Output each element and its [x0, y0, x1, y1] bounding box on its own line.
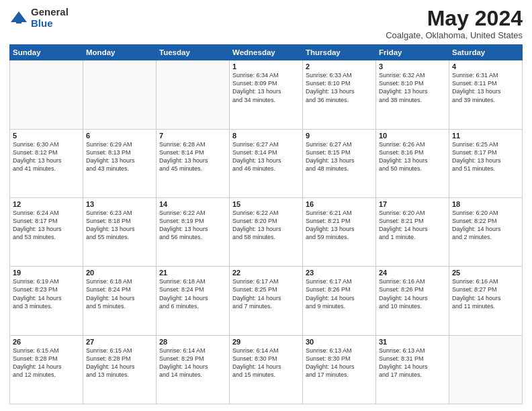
day-number: 15 — [232, 200, 300, 208]
logo-blue-text: Blue — [31, 18, 69, 30]
day-info: Sunrise: 6:19 AM Sunset: 8:23 PM Dayligh… — [13, 277, 80, 310]
day-info: Sunrise: 6:21 AM Sunset: 8:21 PM Dayligh… — [306, 209, 373, 242]
day-number: 16 — [306, 200, 373, 208]
title-location: Coalgate, Oklahoma, United States — [386, 30, 523, 40]
calendar-cell: 19Sunrise: 6:19 AM Sunset: 8:23 PM Dayli… — [10, 267, 83, 335]
day-number: 11 — [452, 132, 519, 140]
day-number: 6 — [86, 132, 153, 140]
col-monday: Monday — [83, 45, 157, 60]
calendar-cell: 15Sunrise: 6:22 AM Sunset: 8:20 PM Dayli… — [230, 197, 303, 266]
calendar-cell: 9Sunrise: 6:27 AM Sunset: 8:15 PM Daylig… — [303, 129, 376, 197]
title-month: May 2024 — [386, 7, 523, 30]
col-saturday: Saturday — [449, 45, 523, 60]
col-thursday: Thursday — [303, 45, 376, 60]
day-info: Sunrise: 6:20 AM Sunset: 8:21 PM Dayligh… — [379, 209, 446, 242]
calendar-cell: 12Sunrise: 6:24 AM Sunset: 8:17 PM Dayli… — [10, 197, 83, 266]
day-info: Sunrise: 6:18 AM Sunset: 8:24 PM Dayligh… — [86, 277, 153, 310]
day-number: 17 — [379, 200, 446, 208]
calendar-cell: 10Sunrise: 6:26 AM Sunset: 8:16 PM Dayli… — [376, 129, 449, 197]
calendar-cell: 25Sunrise: 6:16 AM Sunset: 8:27 PM Dayli… — [449, 267, 523, 335]
day-info: Sunrise: 6:23 AM Sunset: 8:18 PM Dayligh… — [86, 209, 153, 242]
day-info: Sunrise: 6:26 AM Sunset: 8:16 PM Dayligh… — [379, 140, 446, 173]
day-info: Sunrise: 6:22 AM Sunset: 8:20 PM Dayligh… — [232, 209, 300, 242]
calendar-cell: 3Sunrise: 6:32 AM Sunset: 8:10 PM Daylig… — [376, 60, 449, 129]
day-info: Sunrise: 6:29 AM Sunset: 8:13 PM Dayligh… — [86, 140, 153, 173]
day-number: 8 — [232, 132, 300, 140]
day-number: 24 — [379, 269, 446, 277]
col-friday: Friday — [376, 45, 449, 60]
calendar-cell: 27Sunrise: 6:15 AM Sunset: 8:28 PM Dayli… — [83, 335, 157, 404]
calendar-week-1: 5Sunrise: 6:30 AM Sunset: 8:12 PM Daylig… — [10, 129, 523, 197]
calendar-cell: 4Sunrise: 6:31 AM Sunset: 8:11 PM Daylig… — [449, 60, 523, 129]
calendar-week-3: 19Sunrise: 6:19 AM Sunset: 8:23 PM Dayli… — [10, 267, 523, 335]
day-number: 14 — [159, 200, 226, 208]
day-info: Sunrise: 6:17 AM Sunset: 8:26 PM Dayligh… — [306, 277, 373, 310]
header: General Blue May 2024 Coalgate, Oklahoma… — [9, 7, 523, 40]
day-info: Sunrise: 6:34 AM Sunset: 8:09 PM Dayligh… — [232, 71, 300, 104]
calendar-cell: 21Sunrise: 6:18 AM Sunset: 8:24 PM Dayli… — [157, 267, 230, 335]
calendar-cell: 6Sunrise: 6:29 AM Sunset: 8:13 PM Daylig… — [83, 129, 157, 197]
title-block: May 2024 Coalgate, Oklahoma, United Stat… — [386, 7, 523, 40]
day-number: 4 — [452, 62, 519, 71]
day-info: Sunrise: 6:30 AM Sunset: 8:12 PM Dayligh… — [13, 140, 80, 173]
day-info: Sunrise: 6:16 AM Sunset: 8:27 PM Dayligh… — [452, 277, 519, 310]
day-number: 2 — [306, 62, 373, 71]
day-number: 30 — [306, 338, 373, 346]
svg-rect-1 — [16, 19, 21, 24]
day-number: 12 — [13, 200, 80, 208]
day-info: Sunrise: 6:14 AM Sunset: 8:30 PM Dayligh… — [232, 347, 300, 379]
day-info: Sunrise: 6:18 AM Sunset: 8:24 PM Dayligh… — [159, 277, 226, 310]
calendar-cell: 22Sunrise: 6:17 AM Sunset: 8:25 PM Dayli… — [230, 267, 303, 335]
day-number: 29 — [232, 338, 300, 346]
day-info: Sunrise: 6:25 AM Sunset: 8:17 PM Dayligh… — [452, 140, 519, 173]
day-number: 20 — [86, 269, 153, 277]
col-tuesday: Tuesday — [157, 45, 230, 60]
calendar-cell: 11Sunrise: 6:25 AM Sunset: 8:17 PM Dayli… — [449, 129, 523, 197]
day-number: 25 — [452, 269, 519, 277]
calendar-cell: 28Sunrise: 6:14 AM Sunset: 8:29 PM Dayli… — [157, 335, 230, 404]
calendar-cell — [10, 60, 83, 129]
calendar-cell: 18Sunrise: 6:20 AM Sunset: 8:22 PM Dayli… — [449, 197, 523, 266]
day-number: 9 — [306, 132, 373, 140]
day-info: Sunrise: 6:15 AM Sunset: 8:28 PM Dayligh… — [86, 347, 153, 379]
day-info: Sunrise: 6:16 AM Sunset: 8:26 PM Dayligh… — [379, 277, 446, 310]
logo: General Blue — [9, 7, 69, 29]
calendar-cell: 16Sunrise: 6:21 AM Sunset: 8:21 PM Dayli… — [303, 197, 376, 266]
day-number: 26 — [13, 338, 80, 346]
day-number: 1 — [232, 62, 300, 71]
day-info: Sunrise: 6:17 AM Sunset: 8:25 PM Dayligh… — [232, 277, 300, 310]
day-number: 22 — [232, 269, 300, 277]
day-number: 21 — [159, 269, 226, 277]
page: General Blue May 2024 Coalgate, Oklahoma… — [0, 0, 532, 411]
day-info: Sunrise: 6:13 AM Sunset: 8:31 PM Dayligh… — [379, 347, 446, 379]
day-number: 10 — [379, 132, 446, 140]
logo-general: General — [31, 7, 69, 18]
calendar-cell: 13Sunrise: 6:23 AM Sunset: 8:18 PM Dayli… — [83, 197, 157, 266]
day-info: Sunrise: 6:13 AM Sunset: 8:30 PM Dayligh… — [306, 347, 373, 379]
day-info: Sunrise: 6:22 AM Sunset: 8:19 PM Dayligh… — [159, 209, 226, 242]
day-info: Sunrise: 6:27 AM Sunset: 8:15 PM Dayligh… — [306, 140, 373, 173]
day-info: Sunrise: 6:28 AM Sunset: 8:14 PM Dayligh… — [159, 140, 226, 173]
calendar-cell — [157, 60, 230, 129]
calendar-cell: 8Sunrise: 6:27 AM Sunset: 8:14 PM Daylig… — [230, 129, 303, 197]
calendar-week-2: 12Sunrise: 6:24 AM Sunset: 8:17 PM Dayli… — [10, 197, 523, 266]
day-number: 5 — [13, 132, 80, 140]
generalblue-icon — [9, 9, 28, 28]
calendar-cell: 31Sunrise: 6:13 AM Sunset: 8:31 PM Dayli… — [376, 335, 449, 404]
calendar-cell: 2Sunrise: 6:33 AM Sunset: 8:10 PM Daylig… — [303, 60, 376, 129]
calendar-cell: 1Sunrise: 6:34 AM Sunset: 8:09 PM Daylig… — [230, 60, 303, 129]
calendar-cell: 7Sunrise: 6:28 AM Sunset: 8:14 PM Daylig… — [157, 129, 230, 197]
day-number: 7 — [159, 132, 226, 140]
day-info: Sunrise: 6:31 AM Sunset: 8:11 PM Dayligh… — [452, 71, 519, 104]
calendar-cell: 26Sunrise: 6:15 AM Sunset: 8:28 PM Dayli… — [10, 335, 83, 404]
day-info: Sunrise: 6:33 AM Sunset: 8:10 PM Dayligh… — [306, 71, 373, 104]
day-number: 18 — [452, 200, 519, 208]
day-info: Sunrise: 6:24 AM Sunset: 8:17 PM Dayligh… — [13, 209, 80, 242]
day-number: 13 — [86, 200, 153, 208]
day-info: Sunrise: 6:20 AM Sunset: 8:22 PM Dayligh… — [452, 209, 519, 242]
day-number: 31 — [379, 338, 446, 346]
calendar-cell — [83, 60, 157, 129]
calendar-cell: 30Sunrise: 6:13 AM Sunset: 8:30 PM Dayli… — [303, 335, 376, 404]
col-sunday: Sunday — [10, 45, 83, 60]
day-number: 19 — [13, 269, 80, 277]
